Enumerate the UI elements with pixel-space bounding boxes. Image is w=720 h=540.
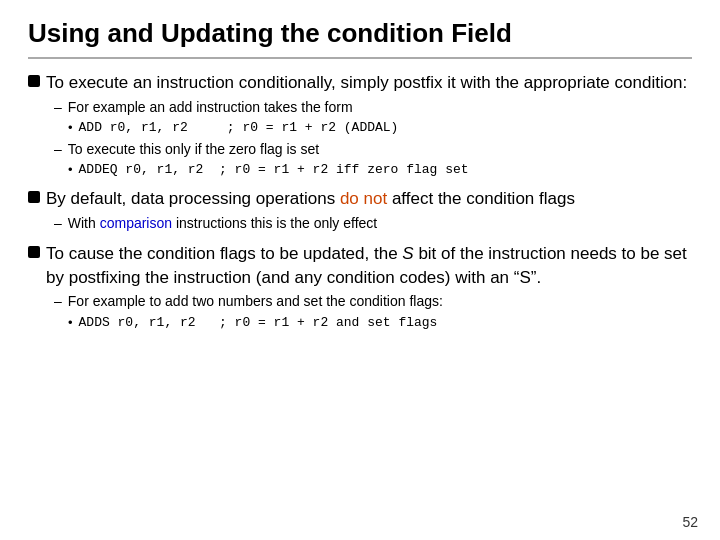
- bullet-1-dot-2: • ADDEQ r0, r1, r2 ; r0 = r1 + r2 iff ze…: [68, 161, 692, 179]
- slide-title: Using and Updating the condition Field: [28, 18, 692, 59]
- bullet-1-icon: [28, 75, 40, 87]
- bullet-1-dash-1: – For example an add instruction takes t…: [54, 98, 692, 118]
- bullet-1-dash-2: – To execute this only if the zero flag …: [54, 140, 692, 160]
- dash-icon-1: –: [54, 98, 62, 118]
- bullet-3-subs: – For example to add two numbers and set…: [54, 292, 692, 332]
- bullet-1-code-1: ADD r0, r1, r2 ; r0 = r1 + r2 (ADDAL): [79, 119, 399, 137]
- bullet-1-dash-1-text: For example an add instruction takes the…: [68, 98, 353, 118]
- bullet-1-text: To execute an instruction conditionally,…: [46, 71, 687, 95]
- dot-icon-2: •: [68, 161, 73, 179]
- bullet-3-text: To cause the condition flags to be updat…: [46, 242, 692, 290]
- bullet-2-dash-1: – With comparison instructions this is t…: [54, 214, 692, 234]
- dash-icon-3: –: [54, 214, 62, 234]
- dash-icon-2: –: [54, 140, 62, 160]
- bullet-1-code-2: ADDEQ r0, r1, r2 ; r0 = r1 + r2 iff zero…: [79, 161, 469, 179]
- slide: Using and Updating the condition Field T…: [0, 0, 720, 540]
- bullet-3-code-1: ADDS r0, r1, r2 ; r0 = r1 + r2 and set f…: [79, 314, 438, 332]
- bullet-3-icon: [28, 246, 40, 258]
- bullet-2-subs: – With comparison instructions this is t…: [54, 214, 692, 234]
- bullet-3-dot-1: • ADDS r0, r1, r2 ; r0 = r1 + r2 and set…: [68, 314, 692, 332]
- dash-icon-4: –: [54, 292, 62, 312]
- bullet-3-main: To cause the condition flags to be updat…: [28, 242, 692, 290]
- s-bit-text: S: [402, 244, 413, 263]
- bullet-2-main: By default, data processing operations d…: [28, 187, 692, 211]
- slide-content: To execute an instruction conditionally,…: [28, 71, 692, 522]
- dot-icon-1: •: [68, 119, 73, 137]
- bullet-1-subs: – For example an add instruction takes t…: [54, 98, 692, 180]
- bullet-2: By default, data processing operations d…: [28, 187, 692, 233]
- bullet-1: To execute an instruction conditionally,…: [28, 71, 692, 179]
- page-number: 52: [682, 514, 698, 530]
- comparison-text: comparison: [100, 215, 172, 231]
- bullet-2-dash-1-text: With comparison instructions this is the…: [68, 214, 377, 234]
- dot-icon-3: •: [68, 314, 73, 332]
- bullet-3-dash-1: – For example to add two numbers and set…: [54, 292, 692, 312]
- do-not-text: do not: [340, 189, 387, 208]
- bullet-1-dash-2-text: To execute this only if the zero flag is…: [68, 140, 319, 160]
- bullet-3: To cause the condition flags to be updat…: [28, 242, 692, 332]
- bullet-2-text: By default, data processing operations d…: [46, 187, 575, 211]
- bullet-3-dash-1-text: For example to add two numbers and set t…: [68, 292, 443, 312]
- bullet-1-dot-1: • ADD r0, r1, r2 ; r0 = r1 + r2 (ADDAL): [68, 119, 692, 137]
- bullet-1-main: To execute an instruction conditionally,…: [28, 71, 692, 95]
- bullet-2-icon: [28, 191, 40, 203]
